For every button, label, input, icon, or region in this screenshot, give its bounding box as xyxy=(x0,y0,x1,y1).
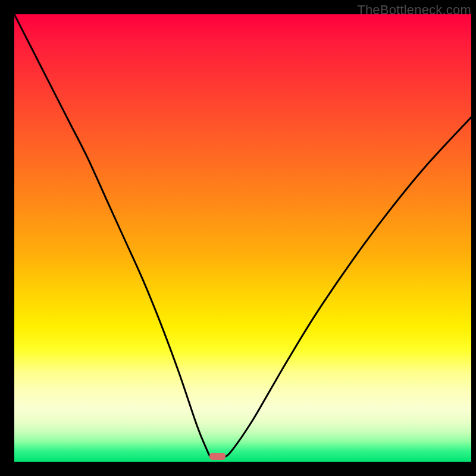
chart-frame: TheBottleneck.com xyxy=(0,0,476,476)
bottleneck-curve xyxy=(14,14,471,458)
plot-area xyxy=(14,14,471,462)
curve-layer xyxy=(14,14,471,462)
watermark-text: TheBottleneck.com xyxy=(357,2,471,18)
optimal-marker xyxy=(209,453,226,460)
